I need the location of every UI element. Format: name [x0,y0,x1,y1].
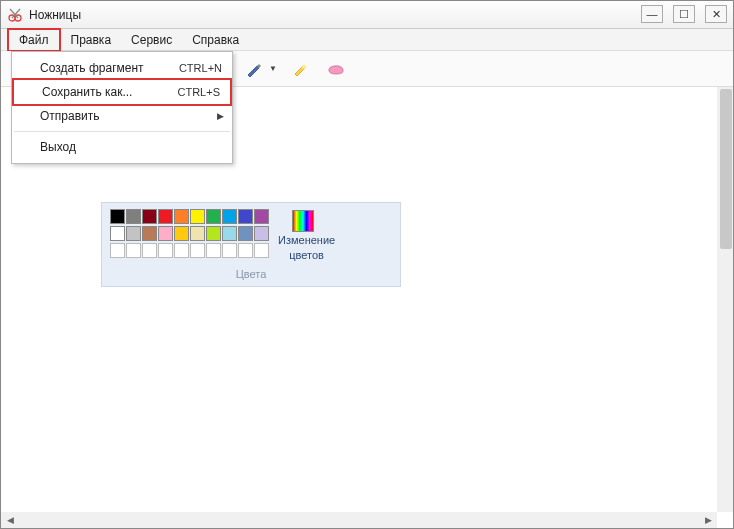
swatch-row-custom [110,243,270,258]
file-dropdown-menu: Создать фрагмент CTRL+N Сохранить как...… [11,51,233,164]
titlebar: Ножницы ― ☐ ✕ [1,1,733,29]
close-button[interactable]: ✕ [705,5,727,23]
custom-color-slot[interactable] [158,243,173,258]
color-swatch[interactable] [158,226,173,241]
highlighter-tool-button[interactable] [287,56,313,82]
pen-tool-button[interactable] [241,56,267,82]
color-swatch[interactable] [126,209,141,224]
minimize-button[interactable]: ― [641,5,663,23]
custom-color-slot[interactable] [142,243,157,258]
menu-item-label: Создать фрагмент [40,61,144,75]
menu-edit[interactable]: Правка [61,30,122,50]
custom-color-slot[interactable] [110,243,125,258]
edit-colors-button[interactable]: Изменение цветов [278,209,335,262]
custom-color-slot[interactable] [190,243,205,258]
color-swatch[interactable] [238,226,253,241]
color-swatch[interactable] [206,226,221,241]
vertical-scrollbar-thumb[interactable] [720,89,732,249]
horizontal-scrollbar[interactable]: ◀ ▶ [1,512,717,528]
color-swatch[interactable] [254,209,269,224]
color-swatch[interactable] [190,209,205,224]
edit-colors-label-2: цветов [278,249,335,262]
edit-colors-label-1: Изменение [278,234,335,247]
color-swatch[interactable] [110,209,125,224]
color-swatch[interactable] [174,209,189,224]
color-swatch[interactable] [238,209,253,224]
vertical-scrollbar[interactable] [717,87,733,512]
rainbow-icon [292,210,314,232]
swatch-row-1 [110,209,270,224]
chevron-right-icon: ▶ [217,111,224,121]
chevron-down-icon[interactable]: ▼ [269,64,277,73]
scroll-right-arrow-icon[interactable]: ▶ [701,514,715,526]
custom-color-slot[interactable] [238,243,253,258]
menu-item-shortcut: CTRL+N [179,62,222,74]
menu-file[interactable]: Файл [7,28,61,52]
color-swatch[interactable] [190,226,205,241]
custom-color-slot[interactable] [254,243,269,258]
color-swatch[interactable] [126,226,141,241]
color-swatch[interactable] [222,209,237,224]
custom-color-slot[interactable] [174,243,189,258]
swatch-row-2 [110,226,270,241]
eraser-tool-button[interactable] [323,56,349,82]
color-panel-caption: Цвета [110,268,392,282]
window-controls: ― ☐ ✕ [641,5,727,23]
custom-color-slot[interactable] [126,243,141,258]
color-swatch[interactable] [254,226,269,241]
menu-help[interactable]: Справка [182,30,249,50]
color-swatch[interactable] [206,209,221,224]
color-swatch[interactable] [142,226,157,241]
window-title: Ножницы [29,8,81,22]
menu-item-save-as[interactable]: Сохранить как... CTRL+S [12,78,232,106]
maximize-button[interactable]: ☐ [673,5,695,23]
menubar: Файл Правка Сервис Справка [1,29,733,51]
custom-color-slot[interactable] [206,243,221,258]
custom-color-slot[interactable] [222,243,237,258]
menu-tools[interactable]: Сервис [121,30,182,50]
color-swatch[interactable] [222,226,237,241]
app-icon [7,7,23,23]
color-swatch[interactable] [174,226,189,241]
color-swatch[interactable] [142,209,157,224]
menu-item-label: Сохранить как... [42,85,132,99]
menu-item-label: Отправить [40,109,100,123]
color-swatches [110,209,270,262]
color-swatch[interactable] [110,226,125,241]
menu-item-send[interactable]: Отправить ▶ [12,104,232,128]
menu-item-new-snip[interactable]: Создать фрагмент CTRL+N [12,56,232,80]
menu-separator [14,131,230,132]
menu-item-label: Выход [40,140,76,154]
menu-item-shortcut: CTRL+S [178,86,221,98]
color-panel: Изменение цветов Цвета [101,202,401,287]
color-swatch[interactable] [158,209,173,224]
menu-item-exit[interactable]: Выход [12,135,232,159]
scroll-left-arrow-icon[interactable]: ◀ [3,514,17,526]
